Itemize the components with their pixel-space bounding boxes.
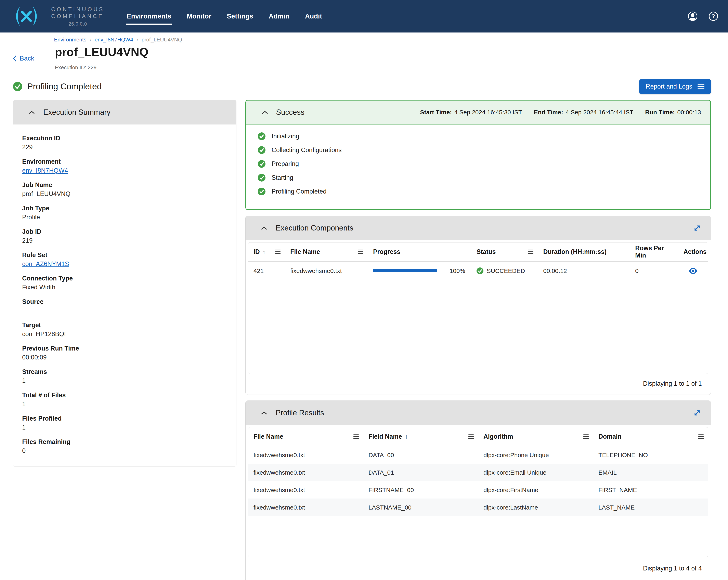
column-header-file-name[interactable]: File Name xyxy=(248,433,363,440)
chevron-left-icon xyxy=(13,55,17,61)
success-check-icon xyxy=(13,82,22,91)
column-header-id[interactable]: ID ↑ xyxy=(248,248,285,256)
breadcrumb-separator-icon: › xyxy=(136,36,138,43)
column-menu-icon[interactable] xyxy=(468,434,474,439)
svg-text:?: ? xyxy=(712,13,715,19)
cell-algorithm: dlpx-core:Email Unique xyxy=(478,469,593,476)
execution-summary-body: Execution ID 229 Environment env_I8N7HQW… xyxy=(13,125,236,467)
cell-field-name: FIRSTNAME_00 xyxy=(363,486,478,494)
collapse-toggle[interactable] xyxy=(261,411,267,415)
summary-field: Source - xyxy=(22,297,227,315)
panel-title: Execution Components xyxy=(276,224,354,232)
column-menu-icon[interactable] xyxy=(358,249,363,254)
column-label: Duration (HH:mm:ss) xyxy=(543,248,606,256)
breadcrumb-environment[interactable]: env_I8N7HQW4 xyxy=(95,36,133,43)
back-label: Back xyxy=(20,55,34,62)
field-value: prof_LEUU4VNQ xyxy=(22,189,227,199)
view-details-button[interactable] xyxy=(688,268,698,274)
breadcrumb-separator-icon: › xyxy=(89,36,92,43)
column-label: Status xyxy=(476,248,496,256)
sort-asc-icon: ↑ xyxy=(405,433,408,440)
report-and-logs-button[interactable]: Report and Logs xyxy=(639,79,711,94)
nav-item-audit[interactable]: Audit xyxy=(305,12,322,20)
help-icon[interactable]: ? xyxy=(708,11,718,21)
table-row[interactable]: fixedwwehsme0.txt DATA_00 dlpx-core:Phon… xyxy=(248,446,708,464)
collapse-toggle[interactable] xyxy=(29,110,35,114)
user-account-icon[interactable] xyxy=(688,11,698,21)
navbar-right-icons: ? xyxy=(688,11,718,21)
sort-asc-icon: ↑ xyxy=(263,248,266,255)
column-label: File Name xyxy=(290,248,320,256)
column-header-field-name[interactable]: Field Name ↑ xyxy=(363,433,478,440)
column-menu-icon[interactable] xyxy=(354,434,359,439)
step-label: Profiling Completed xyxy=(271,188,327,195)
environment-link[interactable]: env_I8N7HQW4 xyxy=(22,166,227,175)
expand-panel-button[interactable] xyxy=(693,408,702,418)
column-menu-icon[interactable] xyxy=(275,249,281,254)
table-row[interactable]: fixedwwehsme0.txt FIRSTNAME_00 dlpx-core… xyxy=(248,481,708,499)
nav-item-settings[interactable]: Settings xyxy=(227,12,253,20)
cell-field-name: DATA_00 xyxy=(363,452,478,458)
column-header-file-name[interactable]: File Name xyxy=(285,248,368,256)
table-row[interactable]: fixedwwehsme0.txt LASTNAME_00 dlpx-core:… xyxy=(248,499,708,516)
column-header-rows-per-min[interactable]: Rows Per Min xyxy=(630,244,678,259)
nav-item-monitor[interactable]: Monitor xyxy=(187,12,211,20)
field-label: Files Profiled xyxy=(22,414,227,423)
eye-icon xyxy=(688,268,698,274)
summary-field: Execution ID 229 xyxy=(22,134,227,152)
column-header-domain[interactable]: Domain xyxy=(593,433,708,440)
field-value: Fixed Width xyxy=(22,283,227,292)
column-header-algorithm[interactable]: Algorithm xyxy=(478,433,593,440)
summary-field: Previous Run Time 00:00:09 xyxy=(22,344,227,362)
displaying-count: Displaying 1 to 4 of 4 xyxy=(643,565,702,572)
column-menu-icon[interactable] xyxy=(583,434,589,439)
column-header-status[interactable]: Status xyxy=(471,248,538,256)
table-row[interactable]: fixedwwehsme0.txt DATA_01 dlpx-core:Emai… xyxy=(248,464,708,481)
column-menu-icon[interactable] xyxy=(528,249,534,254)
table-pagination: Displaying 1 to 4 of 4 xyxy=(245,557,711,580)
cell-duration: 00:00:12 xyxy=(538,267,630,274)
panel-title: Profile Results xyxy=(276,408,324,417)
nav-item-environments[interactable]: Environments xyxy=(127,12,172,20)
field-value: 219 xyxy=(22,236,227,245)
breadcrumb-current: prof_LEUU4VNQ xyxy=(141,36,182,43)
back-button[interactable]: Back xyxy=(13,55,48,62)
main-nav: Environments Monitor Settings Admin Audi… xyxy=(127,12,322,20)
table-row[interactable]: 421 fixedwwehsme0.txt 100% SUCCEEDED 00:… xyxy=(248,262,708,280)
product-name-line1: CONTINUOUS xyxy=(51,6,104,13)
end-time: End Time: 4 Sep 2024 16:45:44 IST xyxy=(534,109,633,116)
cell-domain: TELEPHONE_NO xyxy=(593,452,708,458)
cell-file-name: fixedwwehsme0.txt xyxy=(248,452,363,458)
field-value: 1 xyxy=(22,376,227,385)
field-label: Previous Run Time xyxy=(22,344,227,353)
top-navbar: CONTINUOUS COMPLIANCE 26.0.0.0 Environme… xyxy=(0,0,728,32)
run-time-value: 00:00:13 xyxy=(677,109,701,116)
column-header-progress[interactable]: Progress xyxy=(368,248,471,256)
nav-item-admin[interactable]: Admin xyxy=(269,12,290,20)
column-header-duration[interactable]: Duration (HH:mm:ss) xyxy=(538,248,630,256)
status-row: Profiling Completed Report and Logs xyxy=(13,79,711,94)
cell-field-name: LASTNAME_00 xyxy=(363,504,478,511)
collapse-toggle[interactable] xyxy=(261,226,267,230)
summary-field: Streams 1 xyxy=(22,367,227,385)
success-header: Success Start Time: 4 Sep 2024 16:45:30 … xyxy=(246,101,710,125)
collapse-toggle[interactable] xyxy=(262,110,268,114)
column-label: Progress xyxy=(373,248,400,256)
check-circle-icon xyxy=(258,188,265,195)
field-label: Environment xyxy=(22,157,227,166)
column-menu-icon[interactable] xyxy=(698,434,704,439)
product-name-line2: COMPLIANCE xyxy=(51,13,104,20)
start-time-value: 4 Sep 2024 16:45:30 IST xyxy=(454,109,522,116)
delphix-logo-icon xyxy=(13,6,40,27)
field-label: Execution ID xyxy=(22,134,227,143)
breadcrumb-environments[interactable]: Environments xyxy=(54,36,86,43)
check-circle-icon xyxy=(258,146,265,154)
column-label: File Name xyxy=(254,433,283,440)
field-value: Profile xyxy=(22,213,227,222)
expand-panel-button[interactable] xyxy=(693,223,702,233)
field-value: 1 xyxy=(22,423,227,432)
cell-progress: 100% xyxy=(368,267,471,274)
rule-set-link[interactable]: con_AZ6NYM1S xyxy=(22,260,227,268)
step-item: Initializing xyxy=(246,129,710,143)
cell-algorithm: dlpx-core:Phone Unique xyxy=(478,452,593,458)
